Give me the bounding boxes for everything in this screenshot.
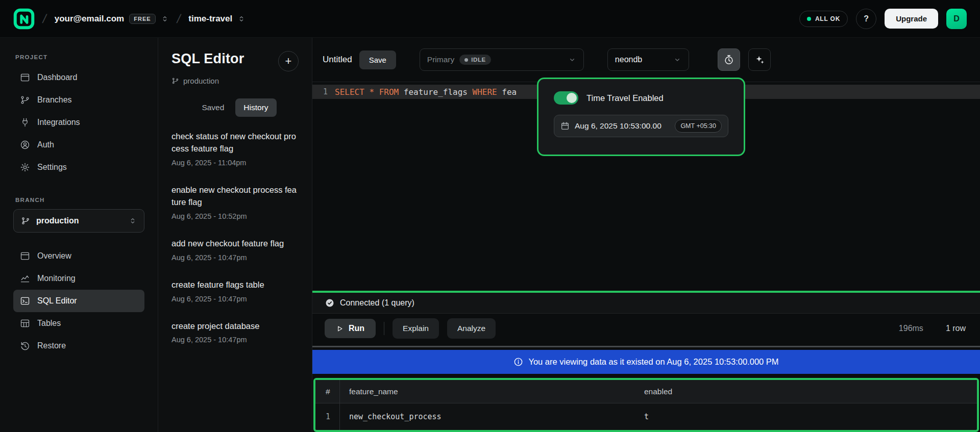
history-item-date: Aug 6, 2025 - 11:04pm [172,159,299,167]
sidebar-item-label: Overview [37,251,71,261]
compute-status-badge: IDLE [459,55,491,65]
sql-identifier-partial: fea [502,87,517,97]
history-item[interactable]: create project database Aug 6, 2025 - 10… [158,312,312,353]
run-label: Run [349,324,364,333]
plus-icon: + [285,55,292,67]
dashboard-icon [20,72,30,83]
table-row[interactable]: 1 new_checkout_process t [315,403,977,430]
horizontal-scrollbar[interactable] [312,346,980,347]
time-travel-button[interactable] [718,48,740,71]
org-email: your@email.com [55,14,125,24]
editor-toolbar: Untitled Save Primary IDLE neondb [312,38,980,82]
ai-assist-button[interactable] [748,48,771,71]
chevron-updown-icon [237,15,246,23]
sidebar-item-dashboard[interactable]: Dashboard [13,66,144,89]
time-travel-datetime-input[interactable]: Aug 6, 2025 10:53:00.00 GMT +05:30 [554,115,728,137]
history-item-date: Aug 6, 2025 - 10:47pm [172,295,299,303]
help-button[interactable]: ? [856,9,876,29]
history-item-title: create project database [172,320,299,333]
history-item-date: Aug 6, 2025 - 10:47pm [172,253,299,262]
datetime-value: Aug 6, 2025 10:53:00.00 [575,121,662,131]
idle-dot-icon [464,58,468,62]
integrations-icon [20,117,30,128]
compute-selector[interactable]: Primary IDLE [420,48,584,71]
time-travel-banner: You are viewing data as it existed on Au… [312,350,980,374]
connection-status-bar: Connected (1 query) [312,293,980,314]
branch-section-label: BRANCH [15,197,144,203]
history-item-date: Aug 6, 2025 - 10:47pm [172,336,299,344]
status-label: ALL OK [815,15,840,22]
org-selector[interactable]: your@email.com FREE [55,14,169,24]
stopwatch-icon [723,54,734,65]
cell-enabled: t [644,412,649,421]
chevron-down-icon [673,56,681,64]
branch-icon [21,216,30,225]
connection-status-text: Connected (1 query) [340,298,414,308]
sidebar-item-restore[interactable]: Restore [13,335,144,357]
sidebar-item-monitoring[interactable]: Monitoring [13,267,144,290]
sidebar-item-tables[interactable]: Tables [13,312,144,335]
project-section-label: PROJECT [15,54,144,60]
analyze-button[interactable]: Analyze [447,318,496,339]
help-icon: ? [864,14,869,23]
time-travel-popover: Time Travel Enabled Aug 6, 2025 10:53:00… [537,78,745,156]
toggle-knob [567,93,577,103]
results-table: # feature_name enabled 1 new_checkout_pr… [313,378,979,432]
branch-selector-value: production [36,216,79,225]
new-query-button[interactable]: + [278,51,299,71]
tab-history[interactable]: History [235,98,276,117]
time-travel-toggle[interactable] [554,91,578,105]
sidebar-item-label: SQL Editor [37,296,77,306]
chevron-updown-icon [161,15,169,23]
sql-keyword: WHERE [473,87,497,97]
header-feature-name: feature_name [349,387,398,396]
history-item-title: enable new checkout process feature flag [172,184,299,209]
sidebar-item-branches[interactable]: Branches [13,89,144,111]
results-scroll-area [312,343,980,350]
sql-star: * [369,87,374,97]
tab-saved[interactable]: Saved [193,98,232,117]
project-selector[interactable]: time-travel [188,14,246,24]
time-travel-toggle-label: Time Travel Enabled [586,93,664,103]
toolbar-divider [384,322,384,335]
avatar[interactable]: D [946,9,967,29]
status-dot [807,17,811,21]
run-button[interactable]: Run [325,319,376,338]
neon-console: / your@email.com FREE / time-travel ALL … [0,0,980,432]
sidebar-item-integrations[interactable]: Integrations [13,111,144,134]
neon-logo-icon [13,8,35,30]
history-item-title: create feature flags table [172,279,299,291]
history-list: check status of new checkout process fea… [158,122,312,352]
branch-selector[interactable]: production [13,209,144,233]
database-selector[interactable]: neondb [607,48,689,71]
neon-logo[interactable] [13,8,35,30]
sidebar-item-overview[interactable]: Overview [13,245,144,267]
save-button[interactable]: Save [359,50,396,69]
history-item[interactable]: add new checkout feature flag Aug 6, 202… [158,229,312,270]
sql-keyword: FROM [379,87,399,97]
branch-icon [172,77,179,85]
project-name: time-travel [188,14,232,24]
sidebar-item-auth[interactable]: Auth [13,134,144,156]
history-item-title: check status of new checkout process fea… [172,131,299,155]
upgrade-button[interactable]: Upgrade [885,9,938,29]
sparkles-icon [754,54,765,65]
header-row-number: # [326,387,330,396]
sidebar-item-settings[interactable]: Settings [13,156,144,179]
history-item[interactable]: check status of new checkout process fea… [158,122,312,175]
sidebar-item-sql-editor[interactable]: SQL Editor [13,290,144,312]
monitoring-icon [20,273,30,284]
explain-button[interactable]: Explain [393,318,439,339]
status-pill[interactable]: ALL OK [799,11,848,27]
sql-query-text: SELECT * FROM feature_flags WHERE fea [335,87,517,97]
branches-icon [20,95,30,105]
breadcrumb-separator: / [176,12,182,26]
sql-keyword: SELECT [335,87,364,97]
history-item[interactable]: create feature flags table Aug 6, 2025 -… [158,270,312,312]
query-tab-title[interactable]: Untitled [323,55,352,65]
tables-icon [20,318,30,328]
auth-icon [20,140,30,150]
line-number: 1 [312,87,335,96]
row-count: 1 row [946,324,966,333]
history-item[interactable]: enable new checkout process feature flag… [158,175,312,229]
